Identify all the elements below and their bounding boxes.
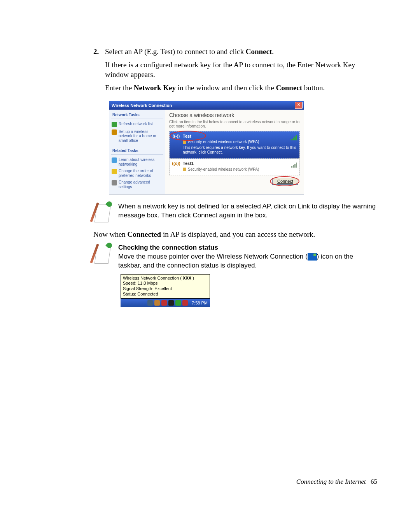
lock-icon: [183, 168, 186, 171]
wireless-icon: ((o)): [172, 161, 180, 166]
signal-icon: [291, 135, 297, 140]
setup-icon: [112, 129, 117, 135]
systray-bar: 7:58 PM: [121, 299, 210, 307]
step-line1a: Select an AP (E.g. Test) to connect to a…: [105, 47, 246, 56]
step-para3c: in the window and then click the: [176, 84, 276, 92]
connected-a: Now when: [93, 230, 128, 238]
window-title: Wireless Network Connection: [112, 103, 172, 108]
sidebar-header-tasks: Network Tasks: [111, 111, 163, 119]
gear-icon: [112, 180, 117, 185]
wireless-dialog: Wireless Network Connection × Network Ta…: [109, 101, 304, 195]
page-footer: Connecting to the Internet 65: [296, 478, 377, 486]
tooltip-line1c: ): [191, 276, 194, 280]
tooltip-line3: Signal Strength: Excellent: [123, 286, 208, 292]
sidebar-item-refresh[interactable]: Refresh network list: [111, 121, 163, 128]
connected-c: in AP is displayed, and you can access t…: [161, 230, 315, 238]
note-text-1: When a network key is not defined for a …: [118, 202, 377, 222]
tray-icon[interactable]: [161, 300, 167, 306]
note-icon: [93, 202, 111, 222]
sidebar-label-refresh: Refresh network list: [119, 122, 153, 127]
sidebar-item-advanced[interactable]: Change advanced settings: [111, 179, 163, 190]
note-icon: [93, 243, 111, 264]
star-icon: [112, 169, 117, 174]
network-item-test[interactable]: ((•)) Test Security-enabled wireless net…: [170, 131, 299, 159]
titlebar[interactable]: Wireless Network Connection ×: [109, 101, 304, 110]
tray-icon[interactable]: [175, 300, 181, 306]
wireless-icon: ((•)): [172, 134, 180, 139]
signal-icon: [291, 163, 297, 168]
sidebar-label-order: Change the order of preferred networks: [119, 169, 163, 178]
choose-heading: Choose a wireless network: [169, 112, 300, 118]
sidebar-item-order[interactable]: Change the order of preferred networks: [111, 168, 163, 179]
step-2: 2. Select an AP (E.g. Test) to connect t…: [93, 47, 377, 96]
main-panel: Choose a wireless network Click an item …: [165, 110, 304, 194]
sidebar-item-learn[interactable]: Learn about wireless networking: [111, 156, 163, 168]
sidebar-item-setup[interactable]: Set up a wireless network for a home or …: [111, 128, 163, 144]
note-block-1: When a network key is not defined for a …: [93, 202, 377, 222]
footer-page: 65: [371, 478, 377, 485]
tray-icon[interactable]: [182, 300, 188, 306]
note2-heading: Checking the connection status: [118, 243, 377, 252]
step-line1b: Connect: [246, 47, 272, 56]
network-name: Test1: [183, 161, 297, 166]
tooltip-line1b: XXX: [183, 276, 191, 280]
step-para3b: Network Key: [134, 84, 176, 92]
connected-paragraph: Now when Connected in AP is displayed, a…: [93, 229, 377, 240]
network-list: ((•)) Test Security-enabled wireless net…: [169, 131, 300, 176]
step-body: Select an AP (E.g. Test) to connect to a…: [105, 47, 377, 96]
network-type: Security-enabled wireless network (WPA): [188, 140, 259, 145]
network-type: Security-enabled wireless network (WPA): [188, 167, 259, 172]
refresh-icon: [112, 122, 117, 127]
tooltip-line1a: Wireless Network Connection (: [123, 276, 183, 280]
sidebar-header-related: Related Tasks: [111, 147, 163, 155]
connect-label: Connect: [277, 179, 293, 184]
tray-icon[interactable]: [147, 300, 153, 306]
systray-time: 7:58 PM: [192, 301, 208, 305]
network-name: Test: [183, 134, 297, 139]
connected-b: Connected: [128, 230, 161, 238]
tray-icon[interactable]: [168, 300, 174, 306]
info-icon: [112, 157, 117, 163]
choose-desc: Click an item in the list below to conne…: [169, 120, 300, 129]
close-icon[interactable]: ×: [295, 102, 303, 109]
connection-tooltip: Wireless Network Connection ( XXX ) Spee…: [121, 274, 210, 307]
step-para3a: Enter the: [105, 84, 134, 92]
network-hint: This network requires a network key. If …: [183, 145, 297, 155]
note2-text-a: Move the mouse pointer over the Wireless…: [118, 253, 308, 260]
sidebar-label-setup: Set up a wireless network for a home or …: [119, 129, 163, 143]
tray-icon[interactable]: [154, 300, 160, 306]
tooltip-line4: Status: Connected: [123, 292, 208, 297]
tooltip-body: Wireless Network Connection ( XXX ) Spee…: [121, 274, 210, 299]
sidebar-label-learn: Learn about wireless networking: [119, 157, 163, 166]
step-line1c: .: [272, 47, 274, 56]
step-para2: If there is a configured network key for…: [105, 60, 377, 80]
connect-button[interactable]: Connect: [272, 178, 298, 185]
lock-icon: [183, 140, 186, 144]
tooltip-line2: Speed: 11.0 Mbps: [123, 281, 208, 286]
note2-text: Move the mouse pointer over the Wireless…: [118, 252, 377, 270]
network-item-test1[interactable]: ((o)) Test1 Security-enabled wireless ne…: [170, 159, 299, 175]
step-para3d: Connect: [276, 84, 303, 92]
connect-row: Connect: [169, 175, 300, 187]
tray-wireless-icon: [308, 253, 317, 261]
note-block-2: Checking the connection status Move the …: [93, 243, 377, 270]
step-number: 2.: [93, 47, 105, 96]
sidebar-label-advanced: Change advanced settings: [119, 180, 163, 189]
footer-chapter: Connecting to the Internet: [296, 478, 366, 485]
step-para3e: button.: [302, 84, 325, 92]
sidebar: Network Tasks Refresh network list Set u…: [109, 110, 165, 194]
